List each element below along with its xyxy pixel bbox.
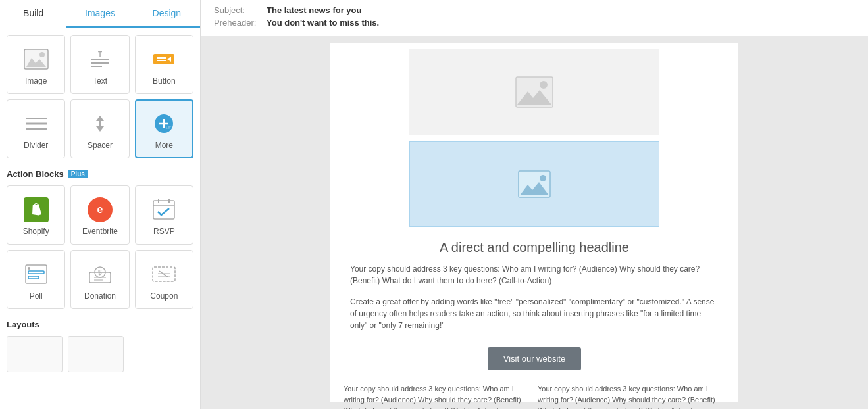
email-body-text-2: Create a great offer by adding words lik… [330,293,738,334]
col1-text: Your copy should address 3 key questions… [344,383,531,409]
coupon-block-icon [149,260,178,289]
tab-design[interactable]: Design [134,0,200,28]
panel-body: Image T Text [0,28,200,409]
coupon-block-label: Coupon [150,291,178,301]
svg-rect-7 [153,54,174,64]
button-block-icon [149,45,178,74]
svg-rect-21 [153,201,174,219]
svg-marker-15 [96,126,104,132]
preheader-row: Preheader: You don't want to miss this. [214,18,855,28]
subject-row: Subject: The latest news for you [214,5,855,15]
layouts-section-title: Layouts [7,320,193,329]
svg-rect-27 [28,276,39,279]
svg-text:T: T [98,51,102,58]
block-divider[interactable]: Divider [7,99,65,158]
block-poll[interactable]: Poll [7,250,65,309]
spacer-block-label: Spacer [88,141,113,150]
spacer-block-icon [86,109,115,138]
email-canvas: A direct and compelling headline Your co… [330,43,738,402]
preheader-label: Preheader: [214,18,267,28]
two-column-section: Your copy should address 3 key questions… [330,377,738,409]
svg-point-40 [540,81,548,89]
col2-text: Your copy should address 3 key questions… [538,383,725,409]
block-image[interactable]: Image [7,35,65,94]
divider-block-label: Divider [24,141,48,150]
preheader-value: You don't want to miss this. [267,18,379,28]
block-button[interactable]: Button [135,35,193,94]
rsvp-block-label: RSVP [153,227,175,236]
svg-text:$: $ [98,269,102,276]
image-block-icon [22,45,51,74]
email-canvas-wrapper: A direct and compelling headline Your co… [201,36,868,409]
block-coupon[interactable]: Coupon [135,250,193,309]
layout-item-2[interactable] [68,336,124,372]
layout-item-1[interactable] [7,336,63,372]
svg-rect-26 [28,271,44,274]
email-header-bar: Subject: The latest news for you Prehead… [201,0,868,36]
email-headline: A direct and compelling headline [330,231,738,260]
right-panel: Subject: The latest news for you Prehead… [201,0,868,409]
image-block-label: Image [25,76,47,85]
block-donation[interactable]: $ Donation [70,250,129,309]
tab-images[interactable]: Images [66,0,133,28]
svg-point-2 [39,52,45,57]
block-shopify[interactable]: Shopify [7,185,65,245]
svg-point-43 [540,175,546,181]
more-block-label: More [155,141,173,150]
shopify-block-label: Shopify [23,227,49,236]
svg-point-28 [28,267,30,270]
visit-website-button[interactable]: Visit our website [488,347,581,370]
poll-block-label: Poll [30,291,43,301]
block-text[interactable]: T Text [70,35,129,94]
selected-image-block[interactable] [409,141,659,227]
block-spacer[interactable]: Spacer [70,99,129,158]
plus-badge: Plus [68,170,88,178]
block-eventbrite[interactable]: e Eventbrite [70,185,129,245]
subject-label: Subject: [214,5,267,15]
tab-bar: Build Images Design [0,0,200,28]
eventbrite-block-icon: e [86,195,115,224]
donation-block-label: Donation [84,291,116,301]
subject-value: The latest news for you [267,5,361,15]
text-block-icon: T [86,45,115,74]
block-more[interactable]: ☞ More [135,99,193,158]
eventbrite-block-label: Eventbrite [82,227,118,236]
left-panel: Build Images Design Image [0,0,201,409]
block-rsvp[interactable]: RSVP [135,185,193,245]
more-block-icon: ☞ [149,109,178,138]
poll-block-icon [22,260,51,289]
email-body-text-1: Your copy should address 3 key questions… [330,260,738,289]
divider-block-icon [22,109,51,138]
top-image-placeholder[interactable] [409,49,659,135]
tab-build[interactable]: Build [0,0,66,28]
rsvp-block-icon [149,195,178,224]
basic-blocks-grid: Image T Text [7,35,193,158]
donation-block-icon: $ [86,260,115,289]
button-block-label: Button [153,76,176,85]
text-block-label: Text [93,76,107,85]
svg-marker-14 [96,116,104,121]
action-blocks-section-title: Action Blocks Plus [7,169,193,179]
action-blocks-grid: Shopify e Eventbrite [7,185,193,309]
email-button-row: Visit our website [330,341,738,377]
svg-text:☞: ☞ [166,124,172,131]
shopify-block-icon [22,195,51,224]
